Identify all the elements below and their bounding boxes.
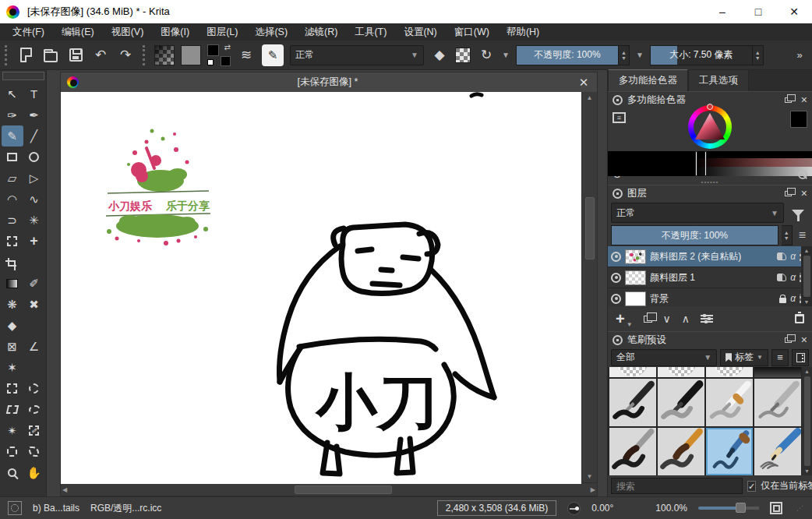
tool-fill[interactable]: ◆ [2,315,23,336]
tool-zoom[interactable] [2,462,23,483]
layer-name[interactable]: 背景 [650,292,775,305]
brush-preset-thumbnail[interactable] [658,379,704,426]
opacity-spinner[interactable]: ▲▼ [619,45,630,65]
pattern-chooser-button[interactable] [181,45,201,65]
save-button[interactable] [66,45,85,65]
current-brush-name[interactable]: b) Ba...tails [33,503,79,514]
hue-marker[interactable] [707,104,713,110]
close-button[interactable]: ✕ [776,0,812,23]
tool-select-rectangular[interactable] [2,378,23,399]
layer-list-scrollbar[interactable]: ▲ ▼ [801,246,812,306]
brush-grid-scrollbar[interactable]: ▲ ▼ [802,367,812,475]
brush-preset-thumbnail[interactable] [609,379,656,426]
tab-advanced-color-selector[interactable]: 多功能拾色器 [608,69,688,91]
layer-name[interactable]: 颜料图层 2 (来自粘贴) [650,250,773,263]
scroll-down-icon[interactable]: ▼ [585,471,595,482]
brush-size-slider[interactable]: 大小: 7.50 像素 [650,45,753,65]
layer-lock-icon[interactable] [779,298,786,303]
maximize-button[interactable]: □ [740,0,776,23]
zoom-percentage[interactable]: 100.0% [655,503,687,514]
menu-image[interactable]: 图像(I) [153,24,197,41]
chevron-down-icon[interactable]: ▼ [636,51,644,59]
current-color-swatch[interactable] [790,111,807,128]
tool-edit-shapes[interactable]: ✑ [2,104,23,125]
tool-polygon[interactable]: ▱ [2,168,23,189]
tool-assistants[interactable]: ✶ [2,357,23,378]
inherit-alpha-icon[interactable] [777,252,786,260]
float-docker-icon[interactable] [785,191,792,196]
tool-calligraphy[interactable]: ✒ [23,104,45,125]
brush-preset-thumbnail[interactable] [706,379,753,426]
menu-settings[interactable]: 设置(N) [396,24,444,41]
strip-marker[interactable] [704,151,707,176]
brush-preset-thumbnail[interactable] [609,428,656,475]
docker-lock-icon[interactable] [613,189,623,199]
menu-file[interactable]: 文件(F) [5,24,52,41]
menu-view[interactable]: 视图(V) [104,24,152,41]
scroll-up-icon[interactable]: ▲ [585,92,595,104]
tool-select-magnetic[interactable] [23,441,45,462]
canvas-horizontal-scrollbar[interactable]: ◀ ▶ [61,482,597,496]
menu-layer[interactable]: 图层(L) [199,24,245,41]
selection-display-mode-button[interactable] [8,501,22,515]
layer-thumbnail[interactable] [625,291,646,306]
foreground-background-colors[interactable]: ⇄ [207,44,231,66]
tool-color-sampler[interactable]: ✐ [23,273,45,294]
tool-move[interactable]: + [23,231,45,252]
no-color-icon[interactable] [798,170,807,179]
scroll-down-icon[interactable]: ▼ [804,467,810,475]
move-layer-up-button[interactable]: ∧ [682,312,690,325]
tool-smart-patch[interactable]: ✖ [23,294,45,315]
minimize-button[interactable]: – [704,0,740,23]
presets-view-mode-button[interactable] [792,349,809,366]
brush-size-spinner[interactable]: ▲▼ [753,45,764,65]
inherit-alpha-icon[interactable] [777,274,786,281]
tool-measure[interactable]: ∠ [23,336,45,357]
tool-ellipse[interactable] [23,147,45,168]
layer-row[interactable]: 颜料图层 1 α [608,267,812,288]
move-layer-down-button[interactable]: ∨ [663,312,671,325]
layer-blending-mode-dropdown[interactable]: 正常 ▼ [611,203,784,223]
menu-filter[interactable]: 滤镜(R) [297,24,345,41]
alpha-lock-icon[interactable]: α [790,293,796,304]
tool-dynamic-brush[interactable]: ⊃ [2,210,23,231]
close-docker-icon[interactable]: × [801,334,807,345]
tool-select-elliptical[interactable] [23,378,45,399]
tool-line[interactable]: ╱ [23,125,45,147]
float-docker-icon[interactable] [785,337,792,343]
swap-colors-icon[interactable]: ⇄ [224,43,231,51]
brush-preset-thumbnail[interactable] [658,428,704,475]
presets-menu-button[interactable]: ≡ [771,349,789,366]
tool-bezier-curve[interactable]: ◠ [2,189,23,210]
visibility-eye-icon[interactable] [611,294,621,304]
fit-page-button[interactable] [770,502,782,514]
close-docker-icon[interactable]: × [801,188,807,199]
menu-tools[interactable]: 工具(T) [347,24,394,41]
float-docker-icon[interactable] [785,97,792,103]
layer-menu-icon[interactable]: ≡ [796,228,809,242]
layer-row[interactable]: 背景 α [608,288,812,306]
brush-editor-button[interactable]: ✎ [262,44,284,66]
tool-gradient[interactable] [2,273,23,294]
canvas[interactable]: 小刀娱乐 乐于分享 [61,92,581,484]
tool-pattern-edit[interactable]: ❋ [2,294,23,315]
brush-search-input[interactable] [611,478,743,494]
tool-transform[interactable] [2,231,23,252]
blending-mode-dropdown[interactable]: 正常 ▼ [290,45,424,65]
color-selector-settings-icon[interactable]: ≡ [613,112,626,123]
tool-select-shapes[interactable]: ↖ [2,83,23,104]
brush-preset-thumbnail[interactable] [754,428,801,475]
tool-multibrush[interactable]: ✳ [23,210,45,231]
docker-lock-icon[interactable] [613,95,623,105]
layer-thumbnail[interactable] [625,249,646,264]
layer-thumbnail[interactable] [625,270,646,285]
canvas-vertical-scrollbar[interactable]: ▲ ▼ [581,92,597,482]
tool-freehand-brush[interactable]: ✎ [2,125,23,147]
layer-filter-icon[interactable] [792,210,804,217]
docker-lock-icon[interactable] [613,335,623,345]
tags-button[interactable]: 标签 ▼ [720,349,768,366]
layer-row[interactable]: 颜料图层 2 (来自粘贴) α [608,246,812,267]
scroll-up-icon[interactable]: ▲ [804,246,810,255]
color-strip-1[interactable] [608,151,812,158]
tool-crop[interactable] [2,252,23,273]
